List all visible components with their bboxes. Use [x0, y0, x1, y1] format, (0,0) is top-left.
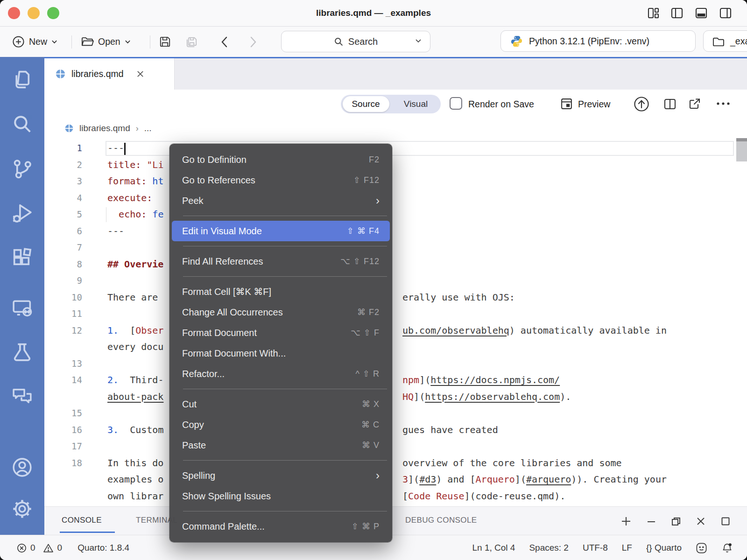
close-panel-icon[interactable] [695, 516, 706, 527]
python-logo-icon [510, 35, 523, 48]
code-text: 3](#d3) and [Arquero](#arquero)). Creati… [402, 471, 667, 488]
breadcrumb[interactable]: libraries.qmd › ... [44, 119, 747, 138]
toggle-right-panel-icon[interactable] [719, 7, 732, 20]
bottom-panel: CONSOLETERMINALDEBUG CONSOLE [44, 506, 747, 535]
menu-item-spelling[interactable]: Spelling› [169, 465, 392, 486]
visual-mode-button[interactable]: Visual [391, 95, 441, 113]
account-icon[interactable] [11, 456, 34, 479]
code-text: about-pack [107, 389, 163, 406]
chevron-down-icon[interactable] [415, 39, 422, 43]
menu-separator [183, 389, 387, 389]
menu-item-label: Refactor... [182, 369, 225, 379]
cursor-position[interactable]: Ln 1, Col 4 [472, 543, 515, 553]
language-mode[interactable]: {} Quarto [646, 543, 682, 553]
search-input[interactable]: Search [281, 31, 430, 52]
menu-item-go-to-references[interactable]: Go to References⇧ F12 [169, 170, 392, 190]
source-control-icon[interactable] [11, 157, 34, 180]
quarto-version[interactable]: Quarto: 1.8.4 [78, 543, 129, 553]
preview-label[interactable]: Preview [578, 90, 610, 119]
breadcrumb-more[interactable]: ... [144, 123, 152, 133]
menu-item-show-spelling-issues[interactable]: Show Spelling Issues [169, 486, 392, 506]
feedback-smiley-icon[interactable] [696, 542, 707, 554]
toggle-left-panel-icon[interactable] [670, 7, 684, 20]
menu-item-change-all-occurrences[interactable]: Change All Occurrences⌘ F2 [169, 302, 392, 322]
panel-tab-console[interactable]: CONSOLE [62, 507, 102, 534]
remote-explorer-icon[interactable] [11, 297, 34, 320]
menu-item-cut[interactable]: Cut⌘ X [169, 394, 392, 414]
menu-item-label: Cut [182, 399, 197, 410]
explorer-icon[interactable] [11, 68, 34, 91]
split-editor-icon[interactable] [663, 98, 677, 110]
menu-item-find-all-references[interactable]: Find All References⌥ ⇧ F12 [169, 251, 392, 272]
code-text: title: "Li [107, 157, 163, 174]
menu-item-shortcut: ⌥ ⇧ F12 [340, 256, 380, 266]
search-view-icon[interactable] [11, 112, 34, 135]
workspace-selector[interactable]: _examples [703, 30, 747, 52]
menu-item-command-palette[interactable]: Command Palette...⇧ ⌘ P [169, 516, 392, 537]
breadcrumb-file[interactable]: libraries.qmd [79, 123, 130, 133]
menu-item-paste[interactable]: Paste⌘ V [169, 435, 392, 455]
extensions-icon[interactable] [11, 246, 34, 269]
comments-icon[interactable] [11, 385, 34, 407]
menu-item-format-document-with[interactable]: Format Document With... [169, 343, 392, 364]
restore-panel-icon[interactable] [670, 516, 682, 527]
editor-scrollbar[interactable] [736, 141, 747, 161]
tab-label: libraries.qmd [71, 69, 124, 79]
code-text: own librar [107, 488, 163, 505]
folder-open-icon [80, 36, 94, 48]
code-text: format: ht [107, 173, 163, 190]
menu-item-copy[interactable]: Copy⌘ C [169, 414, 392, 435]
breadcrumb-separator: › [136, 124, 139, 133]
text-cursor [124, 143, 126, 155]
menu-item-format-cell-k-f[interactable]: Format Cell [⌘K ⌘F] [169, 281, 392, 302]
menu-item-peek[interactable]: Peek› [169, 190, 392, 211]
navigate-forward-button[interactable] [249, 27, 257, 57]
notifications-bell-icon[interactable] [721, 542, 733, 554]
new-console-plus-icon[interactable] [620, 516, 632, 527]
close-tab-icon[interactable] [136, 70, 145, 78]
line-number: 8 [51, 256, 82, 273]
line-number: 3 [51, 173, 82, 190]
menu-item-label: Format Cell [⌘K ⌘F] [182, 286, 271, 297]
preview-icon[interactable] [560, 98, 573, 110]
menu-item-refactor[interactable]: Refactor...^ ⇧ R [169, 364, 392, 384]
customize-layout-icon[interactable] [647, 7, 660, 20]
menu-item-go-to-definition[interactable]: Go to DefinitionF2 [169, 149, 392, 170]
open-external-icon[interactable] [688, 98, 701, 110]
panel-tab-debug-console[interactable]: DEBUG CONSOLE [405, 507, 477, 534]
settings-gear-icon[interactable] [11, 497, 34, 520]
activity-bar [0, 57, 44, 535]
plus-circle-icon [12, 35, 25, 48]
minimize-panel-icon[interactable] [646, 516, 657, 527]
render-circle-up-icon[interactable] [634, 96, 649, 112]
open-button[interactable]: Open [80, 27, 131, 57]
source-mode-button[interactable]: Source [341, 95, 391, 113]
render-on-save-checkbox[interactable] [450, 97, 462, 110]
toolbar-divider [150, 35, 150, 49]
save-button[interactable] [159, 27, 171, 57]
menu-item-label: Paste [182, 440, 206, 451]
code-text: 1. [Obser [107, 322, 163, 339]
problems-indicator[interactable]: 0 0 [17, 543, 62, 553]
maximize-panel-icon[interactable] [720, 516, 731, 527]
menu-item-format-document[interactable]: Format Document⌥ ⇧ F [169, 322, 392, 343]
run-debug-icon[interactable] [11, 202, 34, 224]
indentation[interactable]: Spaces: 2 [529, 543, 569, 553]
menu-item-label: Spelling [182, 470, 215, 481]
more-actions-icon[interactable] [715, 100, 731, 107]
error-icon [17, 543, 27, 553]
menu-item-label: Go to References [182, 175, 255, 186]
menu-item-edit-in-visual-mode[interactable]: Edit in Visual Mode⇧ ⌘ F4 [172, 221, 390, 241]
eol-sequence[interactable]: LF [622, 543, 632, 553]
tab-libraries-qmd[interactable]: libraries.qmd [44, 58, 175, 90]
source-visual-toggle[interactable]: Source Visual [341, 95, 441, 113]
testing-icon[interactable] [11, 341, 34, 364]
toggle-bottom-panel-icon[interactable] [695, 7, 708, 20]
interpreter-selector[interactable]: Python 3.12.1 (PipEnv: .venv) [500, 30, 696, 52]
encoding[interactable]: UTF-8 [583, 543, 608, 553]
menu-item-shortcut: ⌘ V [362, 440, 380, 450]
save-all-button[interactable] [185, 27, 198, 57]
new-button[interactable]: New [12, 27, 57, 57]
line-number: 6 [51, 223, 82, 240]
navigate-back-button[interactable] [220, 27, 228, 57]
